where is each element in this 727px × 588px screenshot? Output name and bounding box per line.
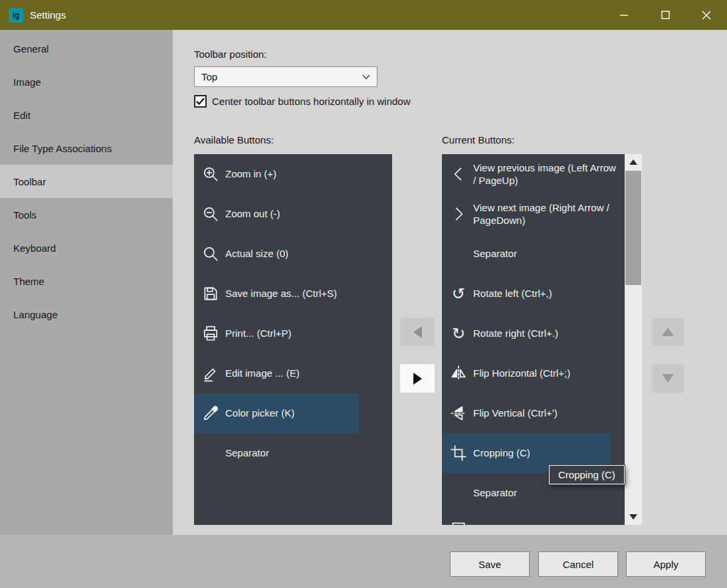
item-label: Cropping (C): [473, 446, 534, 460]
item-label: Flip Horizontal (Ctrl+;): [473, 367, 574, 380]
maximize-button[interactable]: [645, 0, 686, 30]
maximize-icon: [661, 11, 670, 19]
available-item-zoom-in[interactable]: Zoom in (+): [194, 154, 392, 194]
current-item-flip-vertical-ctrl[interactable]: Flip Vertical (Ctrl+'): [442, 393, 625, 433]
available-item-zoom-out[interactable]: Zoom out (-): [194, 194, 392, 234]
minimize-icon: [620, 11, 629, 19]
sidebar-item-theme[interactable]: Theme: [0, 264, 173, 298]
tooltip: Cropping (C): [549, 465, 625, 484]
move-to-current-button[interactable]: [400, 364, 435, 393]
sidebar-item-general[interactable]: General: [0, 32, 173, 65]
toolbar-position-label: Toolbar position:: [194, 49, 266, 60]
item-label: Save image as... (Ctrl+S): [225, 287, 341, 300]
current-buttons-label: Current Buttons:: [442, 134, 514, 146]
sidebar-item-tools[interactable]: Tools: [0, 198, 173, 231]
title-bar: ig Settings: [0, 0, 727, 30]
move-item-up-button[interactable]: [652, 318, 684, 346]
previous-image-icon: [449, 165, 468, 183]
checkmark-icon: [196, 98, 205, 105]
available-buttons-list[interactable]: Zoom in (+)Zoom out (-)Actual size (0)Sa…: [194, 154, 392, 525]
center-toolbar-checkbox[interactable]: [194, 95, 207, 108]
current-item-clipped[interactable]: [442, 513, 625, 525]
current-item-view-previous-image-left-arrow-pageup[interactable]: View previous image (Left Arrow / PageUp…: [442, 154, 625, 194]
available-item-edit-image-e[interactable]: Edit image ... (E): [194, 353, 392, 393]
arrow-down-icon: [662, 374, 674, 383]
rotate-left-icon: ↺: [449, 284, 468, 303]
toolbar-position-dropdown[interactable]: Top: [194, 66, 377, 87]
sidebar-item-keyboard[interactable]: Keyboard: [0, 231, 173, 264]
item-label: Zoom in (+): [225, 167, 280, 181]
sidebar-item-language[interactable]: Language: [0, 298, 173, 331]
item-label: Print... (Ctrl+P): [225, 327, 296, 340]
scroll-down-button[interactable]: [625, 509, 642, 525]
scroll-up-button[interactable]: [625, 154, 642, 170]
flip-vertical-icon: [449, 404, 468, 423]
available-item-save-image-as-ctrl-s[interactable]: Save image as... (Ctrl+S): [194, 274, 392, 314]
item-label: Rotate left (Ctrl+,): [473, 287, 556, 300]
close-button[interactable]: [686, 0, 727, 30]
available-item-separator[interactable]: Separator: [194, 433, 392, 473]
sidebar-item-file-type-associations[interactable]: File Type Associations: [0, 132, 173, 165]
item-label: Rotate right (Ctrl+.): [473, 327, 562, 340]
current-item-view-next-image-right-arrow-pagedown[interactable]: View next image (Right Arrow / PageDown): [442, 194, 625, 234]
item-label: Separator: [473, 247, 521, 260]
available-item-actual-size-0[interactable]: Actual size (0): [194, 234, 392, 274]
chevron-down-icon: [362, 74, 370, 80]
center-toolbar-checkbox-row[interactable]: Center toolbar buttons horizontally in w…: [194, 95, 411, 108]
sidebar: GeneralImageEditFile Type AssociationsTo…: [0, 30, 173, 535]
current-item-rotate-left-ctrl[interactable]: ↺Rotate left (Ctrl+,): [442, 274, 625, 314]
move-item-down-button[interactable]: [652, 364, 684, 393]
item-label: Zoom out (-): [225, 207, 284, 221]
available-item-print-ctrl-p[interactable]: Print... (Ctrl+P): [194, 314, 392, 353]
no-icon: [449, 484, 468, 502]
item-label: Separator: [225, 446, 273, 460]
move-to-available-button[interactable]: [400, 318, 435, 346]
no-icon: [449, 245, 468, 263]
available-item-color-picker-k[interactable]: Color picker (K): [194, 393, 359, 433]
item-label: Edit image ... (E): [225, 367, 304, 380]
next-image-icon: [449, 205, 468, 223]
no-icon: [201, 444, 220, 462]
current-item-flip-horizontal-ctrl[interactable]: Flip Horizontal (Ctrl+;): [442, 353, 625, 393]
toolbar-position-value: Top: [201, 71, 217, 82]
center-toolbar-checkbox-label: Center toolbar buttons horizontally in w…: [212, 96, 411, 107]
current-list-scrollbar[interactable]: [625, 154, 642, 525]
window-controls: [603, 0, 727, 30]
save-button[interactable]: Save: [450, 551, 530, 577]
scroll-down-icon: [629, 514, 637, 520]
current-item-rotate-right-ctrl[interactable]: ↻Rotate right (Ctrl+.): [442, 314, 625, 353]
item-label: View next image (Right Arrow / PageDown): [473, 201, 625, 227]
scrollbar-thumb[interactable]: [625, 171, 641, 285]
rotate-right-icon: ↻: [449, 324, 468, 343]
item-label: Actual size (0): [225, 247, 292, 260]
actual-size-icon: [201, 245, 220, 263]
sidebar-item-toolbar[interactable]: Toolbar: [0, 165, 173, 198]
save-icon: [201, 284, 220, 303]
item-label: View previous image (Left Arrow / PageUp…: [473, 161, 625, 187]
item-label: Flip Vertical (Ctrl+'): [473, 407, 562, 420]
sidebar-item-edit[interactable]: Edit: [0, 98, 173, 132]
zoom-out-icon: [201, 205, 220, 223]
print-icon: [201, 324, 220, 343]
app-icon: ig: [9, 8, 23, 23]
cancel-button[interactable]: Cancel: [538, 551, 618, 577]
edit-image-icon: [201, 364, 220, 383]
apply-button[interactable]: Apply: [626, 551, 706, 577]
sidebar-item-image[interactable]: Image: [0, 65, 173, 98]
zoom-in-icon: [201, 165, 220, 183]
color-picker-icon: [201, 404, 220, 423]
minimize-button[interactable]: [603, 0, 645, 30]
flip-horizontal-icon: [449, 364, 468, 383]
current-item-separator[interactable]: Separator: [442, 234, 625, 274]
close-icon: [702, 11, 711, 20]
settings-window: ig Settings GeneralImageEditFile Type As…: [0, 0, 727, 588]
crop-icon: [449, 444, 468, 462]
clipped-button-icon: [449, 520, 468, 525]
arrow-up-icon: [662, 328, 674, 336]
scroll-up-icon: [629, 159, 637, 165]
available-buttons-label: Available Buttons:: [194, 134, 274, 146]
arrow-right-icon: [413, 373, 422, 385]
window-title: Settings: [30, 9, 66, 21]
footer-bar: Save Cancel Apply: [0, 535, 727, 588]
item-label: Separator: [473, 486, 521, 500]
